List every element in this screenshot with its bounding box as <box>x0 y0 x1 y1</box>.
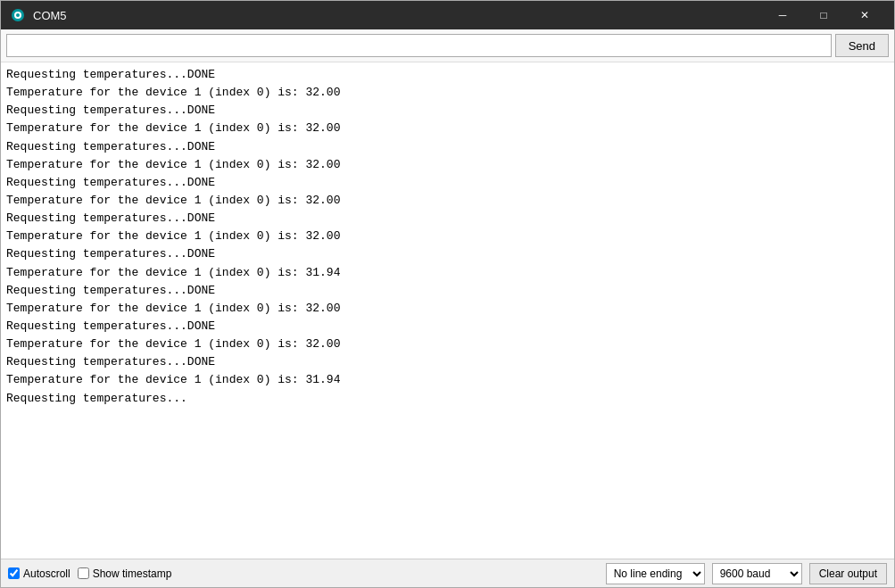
clear-output-button[interactable]: Clear output <box>809 563 887 584</box>
maximize-button[interactable]: □ <box>803 1 844 29</box>
autoscroll-label[interactable]: Autoscroll <box>8 567 70 580</box>
baud-rate-select[interactable]: 300 baud 1200 baud 2400 baud 4800 baud 9… <box>712 563 802 584</box>
autoscroll-text: Autoscroll <box>23 567 70 580</box>
serial-input[interactable] <box>6 34 832 57</box>
output-area: Requesting temperatures...DONE Temperatu… <box>1 62 894 559</box>
timestamp-checkbox[interactable] <box>78 567 89 579</box>
window-title: COM5 <box>33 9 762 22</box>
main-window: COM5 ─ □ ✕ Send Requesting temperatures.… <box>0 0 895 588</box>
autoscroll-checkbox[interactable] <box>8 567 20 579</box>
close-button[interactable]: ✕ <box>844 1 885 29</box>
statusbar: Autoscroll Show timestamp No line ending… <box>1 559 894 587</box>
svg-point-2 <box>16 13 20 17</box>
serial-output[interactable]: Requesting temperatures...DONE Temperatu… <box>1 62 894 559</box>
window-controls: ─ □ ✕ <box>762 1 885 29</box>
send-button[interactable]: Send <box>835 34 889 57</box>
minimize-button[interactable]: ─ <box>762 1 803 29</box>
timestamp-label[interactable]: Show timestamp <box>78 567 172 580</box>
line-ending-select[interactable]: No line ending Newline Carriage return B… <box>606 563 705 584</box>
app-icon <box>10 7 26 23</box>
toolbar: Send <box>1 29 894 62</box>
titlebar: COM5 ─ □ ✕ <box>1 1 894 29</box>
timestamp-text: Show timestamp <box>93 567 172 580</box>
